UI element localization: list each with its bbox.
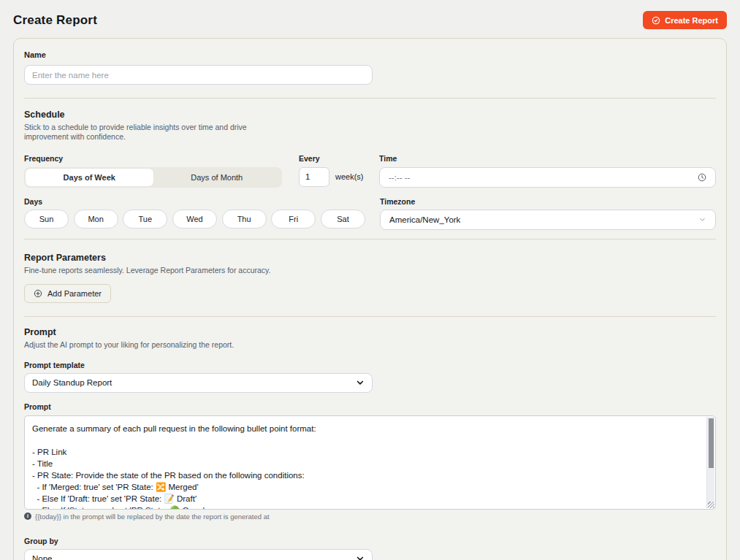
day-pill-sun[interactable]: Sun: [24, 210, 69, 229]
chevron-down-icon: [698, 215, 706, 223]
name-label: Name: [24, 50, 716, 59]
days-pills: Sun Mon Tue Wed Thu Fri Sat: [24, 210, 365, 229]
timezone-label: Timezone: [380, 197, 716, 206]
every-label: Every: [299, 154, 369, 163]
prompt-text: Generate a summary of each pull request …: [25, 416, 715, 509]
page-title: Create Report: [13, 13, 97, 28]
check-circle-icon: [652, 16, 660, 25]
time-input[interactable]: --:-- --: [379, 167, 716, 188]
frequency-option-days-of-week[interactable]: Days of Week: [26, 169, 153, 186]
divider: [24, 98, 716, 99]
resize-grip-icon[interactable]: [708, 502, 714, 508]
schedule-description: Stick to a schedule to provide reliable …: [24, 123, 278, 142]
add-parameter-button[interactable]: Add Parameter: [24, 284, 111, 303]
day-pill-mon[interactable]: Mon: [74, 210, 118, 229]
day-pill-wed[interactable]: Wed: [172, 210, 217, 229]
plus-circle-icon: [34, 289, 42, 298]
time-field: Time --:-- --: [379, 154, 716, 188]
every-field: Every week(s): [299, 154, 369, 187]
timezone-value: America/New_York: [389, 215, 698, 224]
frequency-label: Frequency: [24, 154, 282, 163]
day-pill-sat[interactable]: Sat: [321, 210, 365, 229]
prompt-description: Adjust the AI prompt to your liking for …: [24, 340, 716, 350]
every-unit-label: week(s): [335, 172, 364, 181]
page-header: Create Report Create Report: [0, 0, 740, 38]
group-by-select[interactable]: None: [24, 549, 373, 560]
name-input[interactable]: [24, 65, 373, 85]
day-pill-thu[interactable]: Thu: [222, 210, 267, 229]
report-parameters-description: Fine-tune reports seamlessly. Leverage R…: [24, 266, 716, 275]
scrollbar-thumb[interactable]: [709, 418, 714, 468]
info-icon: i: [24, 513, 31, 520]
prompt-note: i {{today}} in the prompt will be replac…: [24, 513, 716, 521]
prompt-template-select[interactable]: Daily Standup Report: [24, 373, 373, 393]
create-report-button[interactable]: Create Report: [643, 11, 727, 29]
create-report-button-label: Create Report: [665, 16, 718, 25]
divider: [24, 239, 716, 239]
prompt-textarea[interactable]: Generate a summary of each pull request …: [24, 415, 716, 510]
schedule-row-2: Days Sun Mon Tue Wed Thu Fri Sat Timezon…: [24, 197, 716, 230]
time-label: Time: [379, 154, 716, 163]
group-by-value: None: [32, 554, 356, 560]
prompt-note-text: {{today}} in the prompt will be replaced…: [35, 513, 270, 521]
textarea-scrollbar[interactable]: [706, 417, 714, 508]
every-input[interactable]: [299, 167, 329, 187]
days-field: Days Sun Mon Tue Wed Thu Fri Sat: [24, 197, 365, 229]
day-pill-tue[interactable]: Tue: [123, 210, 167, 229]
chevron-down-icon: [356, 554, 365, 560]
frequency-toggle: Days of Week Days of Month: [24, 167, 282, 188]
days-label: Days: [24, 197, 365, 206]
timezone-select[interactable]: America/New_York: [380, 210, 716, 230]
prompt-template-label: Prompt template: [24, 361, 716, 369]
group-by-label: Group by: [24, 537, 716, 545]
frequency-option-days-of-month[interactable]: Days of Month: [153, 169, 281, 186]
timezone-field: Timezone America/New_York: [380, 197, 716, 230]
prompt-label: Prompt: [24, 402, 716, 411]
report-parameters-heading: Report Parameters: [24, 253, 716, 263]
day-pill-fri[interactable]: Fri: [271, 210, 316, 229]
schedule-row-1: Frequency Days of Week Days of Month Eve…: [24, 154, 716, 188]
chevron-down-icon: [356, 378, 365, 387]
prompt-template-value: Daily Standup Report: [32, 378, 356, 387]
prompt-heading: Prompt: [24, 327, 716, 337]
add-parameter-button-label: Add Parameter: [47, 289, 102, 298]
create-report-form-card: Name Schedule Stick to a schedule to pro…: [13, 38, 727, 560]
schedule-heading: Schedule: [24, 110, 716, 120]
time-value: --:-- --: [389, 173, 698, 182]
divider: [24, 316, 716, 317]
frequency-field: Frequency Days of Week Days of Month: [24, 154, 282, 188]
clock-icon: [698, 173, 706, 182]
